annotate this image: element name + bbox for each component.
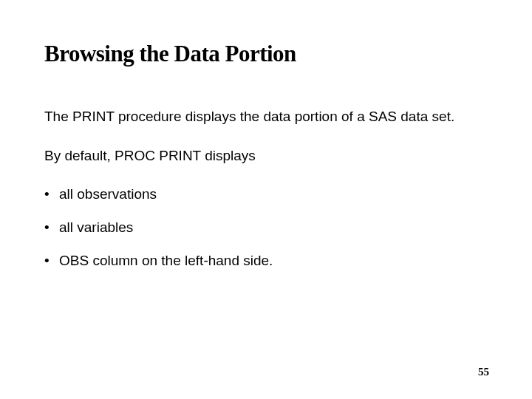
list-item: all observations bbox=[44, 185, 488, 204]
subhead-paragraph: By default, PROC PRINT displays bbox=[44, 147, 488, 166]
list-item: all variables bbox=[44, 219, 488, 237]
bullet-list: all observations all variables OBS colum… bbox=[44, 185, 488, 270]
list-item: OBS column on the left-hand side. bbox=[44, 252, 488, 270]
page-number: 55 bbox=[478, 366, 489, 378]
intro-paragraph: The PRINT procedure displays the data po… bbox=[44, 108, 488, 126]
slide-title: Browsing the Data Portion bbox=[44, 41, 488, 67]
